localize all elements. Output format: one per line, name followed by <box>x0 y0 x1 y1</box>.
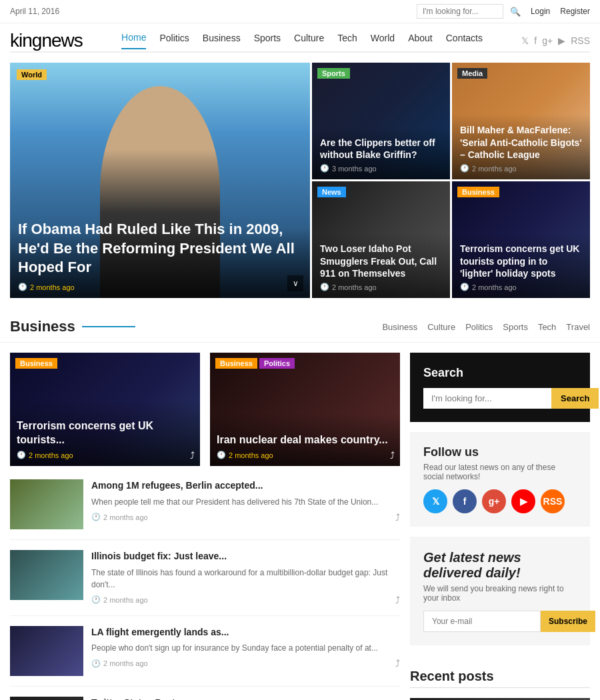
hero-item-business[interactable]: Business Terrorism concerns get UK touri… <box>452 181 590 298</box>
hero-sports-time: 3 months ago <box>332 165 377 173</box>
hero-main-badge: World <box>17 69 47 80</box>
featured-card-iran[interactable]: Business Politics Iran nuclear deal make… <box>210 353 400 466</box>
tab-sports[interactable]: Sports <box>503 322 528 332</box>
hero-section: World If Obama Had Ruled Like This in 20… <box>10 63 590 298</box>
share-icon-illinois[interactable]: ⤴ <box>395 595 400 605</box>
article-footer-illinois: 2 months ago ⤴ <box>91 595 400 605</box>
article-title-refugees[interactable]: Among 1M refugees, Berlin accepted... <box>91 479 400 493</box>
follow-youtube-btn[interactable]: ▶ <box>511 489 535 513</box>
search-icon[interactable]: 🔍 <box>510 7 521 17</box>
card-meta-iran: 2 months ago <box>217 451 393 459</box>
sidebar-search-row: Search <box>423 388 577 409</box>
auth-links: Login Register <box>527 7 590 16</box>
article-content-laflight: LA flight emergently lands as... People … <box>91 626 400 669</box>
hero-news-title: Two Loser Idaho Pot Smugglers Freak Out,… <box>320 243 442 279</box>
article-time-illinois: 2 months ago <box>103 596 148 604</box>
share-icon-refugees[interactable]: ⤴ <box>395 512 400 523</box>
article-item-refugees: Among 1M refugees, Berlin accepted... Wh… <box>10 479 400 540</box>
tab-travel[interactable]: Travel <box>566 322 590 332</box>
article-img-twitter[interactable] <box>10 697 83 700</box>
article-meta-laflight: 2 months ago <box>91 659 148 668</box>
nav-world[interactable]: World <box>371 33 395 49</box>
header-social: 𝕏 f g+ ▶ RSS <box>521 35 590 46</box>
article-time-refugees: 2 months ago <box>103 513 148 521</box>
badge-business-iran: Business <box>215 358 257 369</box>
article-list: Among 1M refugees, Berlin accepted... Wh… <box>10 479 400 700</box>
share-icon-terrorism[interactable]: ⤴ <box>190 450 195 461</box>
login-link[interactable]: Login <box>531 7 550 16</box>
tab-culture[interactable]: Culture <box>427 322 455 332</box>
nav-home[interactable]: Home <box>121 32 146 49</box>
sidebar-search-button[interactable]: Search <box>551 388 599 409</box>
clock-icon-media <box>460 164 469 173</box>
nav-culture[interactable]: Culture <box>294 33 324 49</box>
article-content-twitter: Twitter Status Post #webdesign 200+ Free… <box>91 697 400 700</box>
sidebar-follow-title: Follow us <box>423 445 577 459</box>
article-footer-laflight: 2 months ago ⤴ <box>91 658 400 669</box>
badge-politics-iran: Politics <box>259 358 295 369</box>
nav-about[interactable]: About <box>408 33 433 49</box>
nav-tech[interactable]: Tech <box>337 33 357 49</box>
article-title-illinois[interactable]: Illinois budget fix: Just leave... <box>91 550 400 563</box>
nav-politics[interactable]: Politics <box>159 33 189 49</box>
tab-business[interactable]: Business <box>382 322 417 332</box>
sidebar-follow-widget: Follow us Read our latest news on any of… <box>410 432 590 527</box>
rss-icon[interactable]: RSS <box>571 35 590 46</box>
article-title-laflight[interactable]: LA flight emergently lands as... <box>91 626 400 639</box>
article-title-twitter[interactable]: Twitter Status Post <box>91 697 400 700</box>
follow-rss-btn[interactable]: RSS <box>541 489 565 513</box>
article-footer-refugees: 2 months ago ⤴ <box>91 512 400 523</box>
register-link[interactable]: Register <box>560 7 590 16</box>
laflight-image <box>10 626 83 676</box>
hero-main[interactable]: World If Obama Had Ruled Like This in 20… <box>10 63 310 298</box>
social-buttons: 𝕏 f g+ ▶ RSS <box>423 489 577 513</box>
share-icon-iran[interactable]: ⤴ <box>390 450 395 461</box>
article-img-illinois[interactable] <box>10 550 83 600</box>
newsletter-subscribe-btn[interactable]: Subscribe <box>541 611 595 632</box>
clock-icon-illinois <box>91 595 101 604</box>
follow-google-btn[interactable]: g+ <box>482 489 506 513</box>
article-img-refugees[interactable] <box>10 479 83 529</box>
hero-item-sports[interactable]: Sports Are the Clippers better off witho… <box>312 63 450 179</box>
card-time-iran: 2 months ago <box>229 451 273 459</box>
hero-business-overlay: Terrorism concerns get UK tourists optin… <box>452 233 590 298</box>
newsletter-row: Subscribe <box>423 611 577 632</box>
newsletter-email-input[interactable] <box>423 611 541 632</box>
clock-icon-business <box>460 283 469 291</box>
hero-sports-meta: 3 months ago <box>320 164 442 173</box>
youtube-icon[interactable]: ▶ <box>558 35 565 46</box>
twitter-icon[interactable]: 𝕏 <box>521 35 529 46</box>
hero-item-media[interactable]: Media Bill Maher & MacFarlene: 'Serial A… <box>452 63 590 179</box>
sidebar-recent-widget: Recent posts News Two Loser Idaho Pot <box>410 655 590 700</box>
tab-tech[interactable]: Tech <box>538 322 556 332</box>
article-desc-refugees: When people tell me that our President h… <box>91 496 400 508</box>
twitter-image <box>10 697 83 700</box>
tab-politics[interactable]: Politics <box>465 322 493 332</box>
sidebar-search-input[interactable] <box>423 388 551 409</box>
hero-news-time: 2 months ago <box>332 283 377 291</box>
featured-card-terrorism[interactable]: Business Terrorism concerns get UK touri… <box>10 353 200 466</box>
share-icon-laflight[interactable]: ⤴ <box>395 658 400 669</box>
top-bar: April 11, 2016 🔍 Login Register <box>0 0 600 23</box>
nav-business[interactable]: Business <box>203 33 241 49</box>
hero-sports-badge: Sports <box>317 68 350 79</box>
article-img-laflight[interactable] <box>10 626 83 676</box>
badge-business-terrorism: Business <box>15 358 57 369</box>
hero-arrow-down[interactable]: ∨ <box>287 275 303 291</box>
clock-icon-refugees <box>91 513 101 521</box>
card-overlay-terrorism: Terrorism concerns get UK tourists... 2 … <box>10 399 200 466</box>
follow-facebook-btn[interactable]: f <box>453 489 477 513</box>
sidebar-newsletter-title: Get latest news delivered daily! <box>423 550 577 581</box>
hero-item-news[interactable]: News Two Loser Idaho Pot Smugglers Freak… <box>312 181 450 298</box>
nav-sports[interactable]: Sports <box>254 33 281 49</box>
google-plus-icon[interactable]: g+ <box>542 35 553 46</box>
logo[interactable]: kingnews <box>10 30 83 51</box>
facebook-icon[interactable]: f <box>534 35 537 46</box>
hero-main-title: If Obama Had Ruled Like This in 2009, He… <box>18 220 302 277</box>
clock-icon <box>18 283 27 291</box>
nav-contacts[interactable]: Contacts <box>446 33 483 49</box>
follow-twitter-btn[interactable]: 𝕏 <box>423 489 447 513</box>
article-content-illinois: Illinois budget fix: Just leave... The s… <box>91 550 400 605</box>
top-search-input[interactable] <box>417 4 503 19</box>
section-title: Business <box>10 318 75 335</box>
